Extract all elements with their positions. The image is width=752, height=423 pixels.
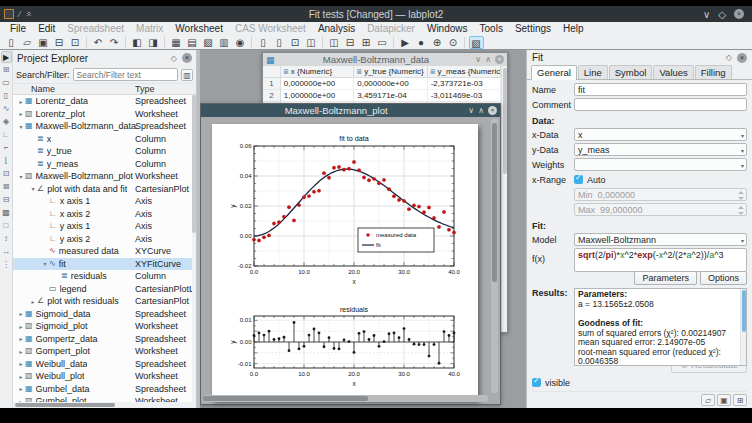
expander-icon[interactable]: ▸ — [17, 110, 25, 117]
layout-vertical-icon[interactable]: ◫ — [327, 36, 342, 49]
window-restore-icon[interactable]: ∧ — [485, 55, 491, 64]
type-column-header[interactable]: Type — [135, 84, 155, 94]
column-header[interactable]: ≣y_true {Numeric} — [354, 66, 427, 78]
expander-icon[interactable]: ▸ — [17, 385, 25, 392]
load-preset-icon[interactable]: ▱ — [701, 394, 715, 406]
auto-checkbox[interactable]: ✓ — [574, 175, 583, 184]
close-spreadsheet-icon[interactable]: × — [495, 55, 504, 64]
add-equation-curve-icon[interactable]: ◈ — [1, 116, 12, 128]
more-tools-icon[interactable]: ⋮ — [1, 259, 12, 271]
save-project-icon[interactable]: ▣ — [36, 36, 51, 49]
select-region-mode-icon[interactable]: ▭ — [1, 77, 12, 89]
open-project-icon[interactable]: ▱ — [20, 36, 35, 49]
tree-item-x[interactable]: ≣xColumn — [13, 133, 196, 146]
zoom-fit-icon[interactable]: ◫ — [304, 36, 319, 49]
expander-icon[interactable]: ▸ — [17, 373, 25, 380]
worksheet-vertical-scrollbar[interactable] — [491, 119, 498, 393]
expander-icon[interactable]: ▸ — [17, 335, 25, 342]
results-box[interactable]: Parameters:a = 13.1565±2.0508 Goodness o… — [574, 288, 747, 366]
column-header[interactable]: ≣y_meas {Numeric} — [428, 66, 501, 78]
expander-icon[interactable]: ▸ — [17, 360, 25, 367]
new-matrix-icon[interactable]: ▤ — [185, 36, 200, 49]
close-dock-icon[interactable]: × — [737, 53, 747, 63]
model-combo[interactable]: Maxwell-Boltzmann ▾ — [574, 233, 747, 246]
menu-spreadsheet[interactable]: Spreadsheet — [61, 23, 130, 34]
tab-line[interactable]: Line — [578, 65, 608, 79]
tree-item-y-meas[interactable]: ≣y_measColumn — [13, 158, 196, 171]
new-project-icon[interactable]: ▯ — [4, 36, 19, 49]
spreadsheet-vertical-scrollbar[interactable] — [501, 66, 507, 332]
expander-icon[interactable]: ▸ — [17, 348, 25, 355]
tree-item-x-axis-2[interactable]: ∟x axis 2Axis — [13, 208, 196, 221]
tree-item-gompert-plot[interactable]: ▸▧Gompert_plotWorksheet — [13, 345, 196, 358]
copy-preset-icon[interactable]: ⊞ — [733, 394, 747, 406]
tree-column-headers[interactable]: Name Type — [13, 83, 196, 95]
shift-vertical-icon[interactable]: ↕ — [1, 233, 12, 245]
y-data-combo[interactable]: y_meas ▾ — [574, 143, 747, 156]
worksheet-window-titlebar[interactable]: Maxwell-Boltzmann_plot ∨ ∧ × — [201, 104, 500, 117]
tree-item-weibull-data[interactable]: ▸▦Weibull_dataSpreadsheet — [13, 358, 196, 371]
zoom-fit-page-icon[interactable]: ▩ — [1, 207, 12, 219]
menu-analysis[interactable]: Analysis — [312, 23, 361, 34]
presenter-mode-icon[interactable]: ▧ — [469, 36, 484, 49]
window-titlebar[interactable]: ∕ « Fit tests [Changed] — labplot2 ∨ ◇ × — [0, 6, 752, 22]
row-number[interactable]: 1 — [263, 78, 281, 90]
menu-matrix[interactable]: Matrix — [130, 23, 169, 34]
tree-item-y-axis-2[interactable]: ∟y axis 2Axis — [13, 233, 196, 246]
keep-above-icon[interactable]: « — [23, 11, 33, 16]
expander-icon[interactable]: ▾ — [17, 123, 25, 130]
print-icon[interactable]: ⊟ — [52, 36, 67, 49]
name-column-header[interactable]: Name — [31, 84, 55, 94]
new-spreadsheet-icon[interactable]: ▦ — [169, 36, 184, 49]
undo-icon[interactable]: ↶ — [91, 36, 106, 49]
project-explorer-header[interactable]: Project Explorer ◇ × — [13, 50, 196, 66]
worksheet-page[interactable]: 0.010.020.030.040.0-0.020.000.020.040.06… — [212, 124, 478, 400]
close-worksheet-icon[interactable]: × — [488, 106, 497, 115]
tree-item-maxwell-boltzmann-plot[interactable]: ▾▧Maxwell-Boltzmann_plotWorksheet — [13, 170, 196, 183]
table-cell[interactable]: -2,373721e-03 — [428, 78, 501, 90]
menu-windows[interactable]: Windows — [421, 23, 474, 34]
name-input[interactable] — [574, 83, 747, 96]
worksheet-window[interactable]: Maxwell-Boltzmann_plot ∨ ∧ × 0.010.020.0… — [200, 103, 501, 405]
table-cell[interactable]: 3,459171e-04 — [354, 90, 427, 102]
menu-help[interactable]: Help — [557, 23, 590, 34]
tree-item-y-true[interactable]: ≣y_trueColumn — [13, 145, 196, 158]
expander-icon[interactable]: ▸ — [17, 323, 25, 330]
navigate-mode-icon[interactable]: ● — [414, 36, 429, 49]
window-restore-icon[interactable]: ∧ — [478, 106, 484, 115]
maximize-icon[interactable]: ◇ — [718, 9, 726, 20]
new-datapicker-icon[interactable]: ◉ — [233, 36, 248, 49]
tree-item-fit[interactable]: ▾∿fitXYFitCurve — [13, 258, 196, 271]
search-filter-input[interactable] — [73, 68, 178, 81]
filter-options-icon[interactable]: ▥ — [181, 69, 193, 81]
table-cell[interactable]: -3,011469e-03 — [428, 90, 501, 102]
print-preview-icon[interactable]: ⊡ — [68, 36, 83, 49]
close-window-icon[interactable]: × — [734, 9, 744, 19]
project-explorer-toggle-icon[interactable]: ◧ — [130, 36, 145, 49]
layout-remove-icon[interactable]: ▭ — [375, 36, 390, 49]
expander-icon[interactable]: ▾ — [29, 185, 37, 192]
zoom-out-icon[interactable]: ⊠ — [1, 181, 12, 193]
new-worksheet-icon[interactable]: ▧ — [201, 36, 216, 49]
tab-general[interactable]: General — [531, 65, 577, 80]
tree-item-lorentz-plot[interactable]: ▸▧Lorentz_plotWorksheet — [13, 108, 196, 121]
add-legend-icon[interactable]: ⌊ — [1, 155, 12, 167]
add-cartesian-plot-icon[interactable]: ⌐ — [1, 142, 12, 154]
visible-checkbox[interactable]: ✓ — [532, 378, 541, 387]
menu-file[interactable]: File — [4, 23, 32, 34]
worksheet-horizontal-scrollbar[interactable] — [203, 395, 488, 402]
magnification-icon[interactable]: ⊙ — [446, 36, 461, 49]
tree-item-weibull-plot[interactable]: ▸▧Weibull_plotWorksheet — [13, 370, 196, 383]
new-cas-worksheet-icon[interactable]: ▥ — [217, 36, 232, 49]
parameters-button[interactable]: Parameters — [634, 271, 697, 285]
shift-horizontal-icon[interactable]: ↔ — [1, 246, 12, 258]
menu-worksheet[interactable]: Worksheet — [169, 23, 229, 34]
layout-grid-icon[interactable]: ⊞ — [359, 36, 374, 49]
menu-settings[interactable]: Settings — [509, 23, 557, 34]
residuals-plot[interactable]: 0.010.020.030.040.0-0.010.000.01residual… — [228, 304, 462, 390]
add-axis-icon[interactable]: ∟ — [1, 129, 12, 141]
tree-item-x-axis-1[interactable]: ∟x axis 1Axis — [13, 195, 196, 208]
dock-header[interactable]: Fit ◇ × — [527, 50, 752, 65]
tree-item-lorentz-data[interactable]: ▸▦Lorentz_dataSpreadsheet — [13, 95, 196, 108]
save-preset-icon[interactable]: ▣ — [717, 394, 731, 406]
